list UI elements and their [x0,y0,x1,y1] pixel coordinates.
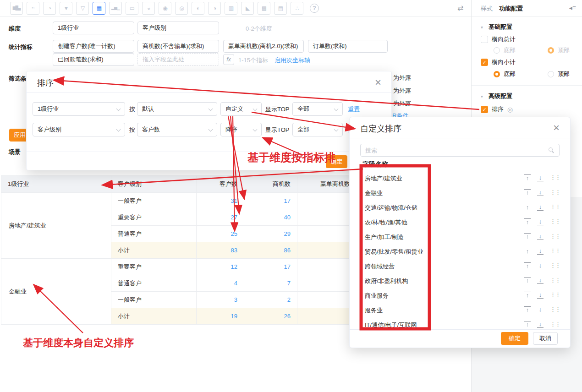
customer-count-cell[interactable]: 3 [197,292,244,308]
move-to-bottom-icon[interactable]: ↓ [537,189,544,196]
subtotal-opportunity-count-cell[interactable]: 26 [244,308,297,325]
drag-handle-icon[interactable]: ⋮⋮ [550,291,560,298]
customer-count-cell[interactable]: 25 [197,226,244,242]
china-bubble-map-icon[interactable]: ◎ [175,2,188,15]
custom-sort-confirm-button[interactable]: 确定 [501,332,528,345]
opportunity-count-cell[interactable]: 17 [244,193,297,209]
move-to-bottom-icon[interactable]: ↓ [537,292,544,299]
header-customer-level[interactable]: 客户级别 [111,176,197,193]
tab-style[interactable]: 样式 [481,5,493,13]
move-to-bottom-icon[interactable]: ↓ [537,321,544,328]
move-to-top-icon[interactable]: ↑ [524,277,531,284]
header-industry[interactable]: 1级行业 [1,176,111,193]
total-top-radio[interactable] [548,47,554,54]
metric-field-1[interactable]: 创建客户数(唯一计数) [53,40,134,53]
drag-handle-icon[interactable]: ⋮⋮ [550,247,560,254]
metric-field-4[interactable]: 订单数(求和) [308,40,388,53]
horizontal-total-checkbox[interactable] [481,36,488,43]
rose-chart-icon[interactable]: ◑ [208,2,221,15]
sort-top-select-2[interactable]: 全部 [292,123,343,136]
sort-item[interactable]: 服务业 ↑ ↓ ⋮⋮ [350,303,571,317]
move-to-top-icon[interactable]: ↑ [524,218,531,225]
card-chart-icon[interactable]: ▭ [126,2,138,15]
gauge-chart-icon[interactable]: ◒ [142,2,155,15]
move-to-top-icon[interactable]: ↑ [524,189,531,196]
secondary-axis-link[interactable]: 启用次坐标轴 [275,56,310,65]
drag-handle-icon[interactable]: ⋮⋮ [550,262,560,269]
collapse-panel-icon[interactable]: ◂≡ [569,4,576,11]
move-to-bottom-icon[interactable]: ↓ [537,174,544,181]
sort-checkbox[interactable]: ✓ [481,106,488,113]
move-to-top-icon[interactable]: ↑ [524,248,531,255]
filter-expose-link[interactable]: 为外露 [393,99,411,108]
drag-handle-icon[interactable]: ⋮⋮ [550,174,560,181]
move-to-top-icon[interactable]: ↑ [524,306,531,313]
opportunity-count-cell[interactable]: 29 [244,226,297,242]
search-input[interactable] [361,144,559,156]
detail-table-icon[interactable]: ▤ [274,2,287,15]
scatter-chart-icon[interactable]: ∴ [291,2,303,15]
china-map-icon[interactable]: ◉ [159,2,171,15]
dimension-field-industry[interactable]: 1级行业 [53,22,134,34]
world-map-icon[interactable]: ◐ [192,2,204,15]
move-to-bottom-icon[interactable]: ↓ [537,204,544,211]
section-basic-config[interactable]: ▾ 基础配置 [481,23,512,31]
subtotal-opportunity-count-cell[interactable]: 86 [244,242,297,259]
sort-top-select-1[interactable]: 全部 [292,102,343,116]
sort-order-select-1[interactable]: 自定义 [220,102,262,116]
opportunity-count-cell[interactable]: 17 [244,259,297,275]
move-to-top-icon[interactable]: ↑ [524,292,531,299]
sort-order-select-2[interactable]: 降序 [220,123,262,136]
funnel-compare-chart-icon[interactable]: ▽ [76,2,89,15]
metric-field-3[interactable]: 赢单商机数(商机2.0)(求和) [223,40,304,53]
histogram-chart-icon[interactable]: ▂▅▁ [109,2,122,15]
metric-drop-target[interactable]: 拖入字段至此处 [137,53,219,66]
drag-handle-icon[interactable]: ⋮⋮ [550,233,560,240]
drag-handle-icon[interactable]: ⋮⋮ [550,321,560,327]
sort-item[interactable]: 交通/运输/物流/仓储 ↑ ↓ ⋮⋮ [350,200,571,215]
opportunity-count-cell[interactable]: 2 [244,292,297,308]
sort-item[interactable]: 跨领域经营 ↑ ↓ ⋮⋮ [350,259,571,273]
move-to-top-icon[interactable]: ↑ [524,262,531,269]
pie-chart-icon[interactable]: ◔ [43,2,56,15]
customer-count-cell[interactable]: 12 [197,259,244,275]
move-to-top-icon[interactable]: ↑ [524,233,531,240]
subtotal-bottom-radio[interactable] [494,71,500,77]
sort-item[interactable]: 金融业 ↑ ↓ ⋮⋮ [350,185,571,200]
drag-handle-icon[interactable]: ⋮⋮ [550,218,560,225]
sort-item[interactable]: 政府/非盈利机构 ↑ ↓ ⋮⋮ [350,273,571,288]
line-chart-icon[interactable]: ≈ [27,2,39,15]
dataset-relation-icon[interactable]: ⇄ [457,4,463,12]
subtotal-top-radio[interactable] [548,71,554,77]
total-bottom-radio[interactable] [494,47,500,54]
sort-item[interactable]: 房地产/建筑业 ↑ ↓ ⋮⋮ [350,171,571,185]
metric-field-5[interactable]: 已回款笔数(求和) [53,53,134,66]
help-icon[interactable]: ? [310,4,319,13]
header-opportunity-count[interactable]: 商机数 [244,176,297,193]
subtotal-customer-count-cell[interactable]: 83 [197,242,244,259]
sort-item[interactable]: 农/林/牧/渔/其他 ↑ ↓ ⋮⋮ [350,215,571,229]
sort-item[interactable]: IT/通信/电子/互联网 ↑ ↓ ⋮⋮ [350,317,571,332]
sort-field-select-2[interactable]: 客户级别 [33,123,125,136]
sort-settings-icon[interactable]: ◎ [507,106,513,113]
bar-chart-icon[interactable]: ▆█▄ [10,2,23,15]
customer-count-cell[interactable]: 4 [197,275,244,292]
close-icon[interactable]: × [553,122,560,133]
move-to-bottom-icon[interactable]: ↓ [537,306,544,313]
sort-field-select-1[interactable]: 1级行业 [33,102,125,116]
sort-item[interactable]: 商业服务 ↑ ↓ ⋮⋮ [350,288,571,303]
drag-handle-icon[interactable]: ⋮⋮ [550,306,560,313]
subtotal-customer-count-cell[interactable]: 19 [197,308,244,325]
sort-basis-select-2[interactable]: 客户数 [137,123,217,136]
sort-confirm-button[interactable]: 确定 [326,155,347,168]
move-to-bottom-icon[interactable]: ↓ [537,248,544,255]
move-to-top-icon[interactable]: ↑ [524,321,531,328]
close-icon[interactable]: × [375,77,381,88]
filter-expose-link[interactable]: 为外露 [393,74,411,82]
tab-function-config[interactable]: 功能配置 [499,5,523,13]
section-advanced-config[interactable]: ▾ 高级配置 [481,92,512,100]
horizontal-subtotal-checkbox[interactable]: ✓ [481,59,488,66]
customer-count-cell[interactable]: 27 [197,209,244,226]
table-chart-icon[interactable]: ▦ [93,2,105,15]
header-won-opportunity-count[interactable]: 赢单商机数 [297,176,357,193]
